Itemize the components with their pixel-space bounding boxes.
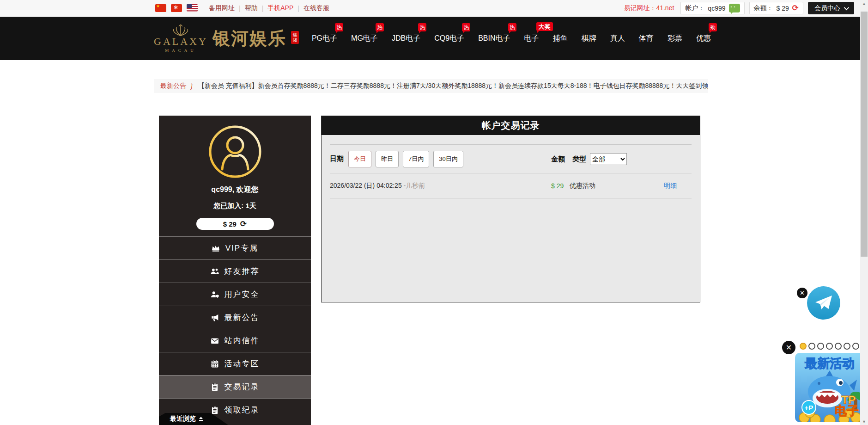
transaction-type: 优惠活动 (570, 182, 595, 190)
promo-dot-2[interactable] (808, 343, 815, 350)
account-box: 帐户：qc999 (680, 2, 744, 14)
refresh-icon[interactable]: ⟳ (240, 220, 247, 228)
scrollbar-thumb[interactable] (861, 12, 868, 257)
scroll-up-arrow[interactable]: ▲ (860, 0, 868, 7)
sidebar-item-label: 用户安全 (225, 289, 260, 300)
hot-badge: 热 (376, 23, 384, 31)
nav-item-8[interactable]: 棋牌 (582, 31, 596, 46)
logo-chinese-text: 银河娱乐 (212, 27, 286, 50)
chat-bubble-icon[interactable] (729, 4, 740, 12)
account-value: qc999 (708, 5, 725, 12)
sidebar-balance-pill[interactable]: $ 29 ⟳ (196, 218, 274, 230)
nav-item-11[interactable]: 彩票 (668, 31, 682, 46)
member-center-button[interactable]: 会员中心 (808, 2, 854, 14)
chevron-down-icon (844, 5, 849, 10)
scroll-down-arrow[interactable]: ▼ (860, 418, 868, 425)
nav-menu: PG电子热MG电子热JDB电子热CQ9电子热BBIN电子热电子大奖捕鱼棋牌真人体… (312, 31, 711, 46)
announcement-divider: ❳ (188, 82, 195, 90)
transaction-time: 2026/03/22 (日) 04:02:25 -几秒前 (330, 182, 425, 190)
date-filter-label: 日期 (330, 154, 344, 163)
svg-text:电子: 电子 (835, 404, 859, 418)
top-link-1[interactable]: 备用网址 (209, 4, 235, 12)
nav-item-12[interactable]: 优惠劲 (696, 31, 711, 46)
balance-value: $ 29 (777, 5, 789, 12)
nav-item-5[interactable]: BBIN电子热 (478, 31, 510, 46)
sidebar-item-label: 活动专区 (225, 358, 260, 369)
main-navigation: GALAXY MACAU 银河娱乐 集团 PG电子热MG电子热JDB电子热CQ9… (0, 17, 868, 60)
detail-link[interactable]: 明细 (664, 182, 677, 190)
sidebar-item-label: 好友推荐 (225, 266, 260, 277)
welcome-text: qc999, 欢迎您 (159, 185, 311, 195)
hot-badge: 热 (418, 23, 426, 31)
filter-row: 日期 今日昨日7日内30日内 金额 类型 全部 (330, 144, 692, 173)
hongkong-flag-icon[interactable] (171, 4, 182, 12)
refresh-icon[interactable]: ⟳ (792, 4, 799, 12)
calendar-icon (211, 360, 219, 368)
type-select[interactable]: 全部 (590, 153, 627, 165)
date-filter-2[interactable]: 昨日 (376, 151, 399, 167)
china-flag-icon[interactable] (155, 4, 166, 12)
nav-item-1[interactable]: PG电子热 (312, 31, 337, 46)
user-avatar[interactable] (208, 125, 262, 179)
top-links: 备用网址|帮助|手机APP|在线客服 (209, 4, 329, 12)
svg-text:最新活动: 最新活动 (805, 357, 855, 370)
telegram-icon[interactable] (806, 285, 841, 322)
promo-dot-1[interactable] (800, 343, 807, 350)
nav-item-7[interactable]: 捕鱼 (553, 31, 568, 46)
hot-badge: 大奖 (536, 22, 553, 31)
announcement-label[interactable]: 最新公告 (160, 82, 186, 90)
promo-banner-image[interactable]: 最新活动 +P TP 电子 (795, 353, 864, 424)
top-link-3[interactable]: 手机APP (267, 4, 293, 12)
top-link-4[interactable]: 在线客服 (303, 4, 329, 12)
hot-badge: 热 (335, 23, 343, 31)
promo-popup: ✕ 最新活动 (782, 340, 865, 425)
eject-icon (199, 417, 203, 421)
nav-item-3[interactable]: JDB电子热 (392, 31, 420, 46)
nav-item-10[interactable]: 体育 (639, 31, 654, 46)
hot-badge: 热 (462, 23, 470, 31)
nav-item-6[interactable]: 电子大奖 (524, 31, 539, 46)
telegram-widget: ✕ (797, 285, 848, 322)
balance-box: 余额：$ 29 ⟳ (749, 2, 804, 14)
promo-dot-7[interactable] (852, 343, 859, 350)
sidebar-item-7[interactable]: 交易记录 (159, 375, 311, 398)
site-logo[interactable]: GALAXY MACAU 银河娱乐 集团 (154, 25, 299, 53)
close-icon[interactable]: ✕ (797, 288, 807, 298)
amount-column-label: 金额 (551, 154, 565, 163)
account-label: 帐户： (685, 4, 704, 12)
sidebar-item-5[interactable]: 站内信件 (159, 329, 311, 352)
hot-badge: 劲 (709, 23, 717, 31)
promo-dot-3[interactable] (817, 343, 824, 350)
close-icon[interactable]: ✕ (782, 341, 795, 354)
nav-item-4[interactable]: CQ9电子热 (434, 31, 464, 46)
sidebar-item-1[interactable]: VIP专属 (159, 236, 311, 259)
account-sidebar: qc999, 欢迎您 您已加入: 1天 $ 29 ⟳ VIP专属好友推荐用户安全… (159, 116, 311, 425)
clipboard-icon (211, 406, 219, 414)
sidebar-item-3[interactable]: 用户安全 (159, 283, 311, 306)
promo-dot-5[interactable] (835, 343, 842, 350)
top-utility-bar: 备用网址|帮助|手机APP|在线客服 易记网址：41.net 帐户：qc999 … (0, 0, 868, 17)
hot-badge: 热 (508, 23, 516, 31)
sidebar-item-label: VIP专属 (225, 243, 258, 253)
sidebar-item-2[interactable]: 好友推荐 (159, 259, 311, 283)
promo-dot-4[interactable] (826, 343, 833, 350)
balance-label: 余额： (754, 4, 773, 12)
vertical-scrollbar[interactable]: ▲ ▼ (860, 0, 868, 425)
date-filter-3[interactable]: 7日内 (403, 151, 429, 167)
sidebar-item-label: 领取纪录 (225, 405, 260, 415)
sidebar-item-4[interactable]: 最新公告 (159, 306, 311, 329)
users-icon (211, 267, 219, 276)
promo-dot-6[interactable] (844, 343, 850, 350)
date-filter-4[interactable]: 30日内 (433, 151, 463, 167)
megaphone-icon (211, 314, 219, 322)
date-filter-1[interactable]: 今日 (348, 151, 371, 167)
quick-url[interactable]: 易记网址：41.net (624, 4, 674, 12)
usa-flag-icon[interactable] (187, 4, 198, 12)
nav-item-9[interactable]: 真人 (610, 31, 625, 46)
transaction-list: 2026/03/22 (日) 04:02:25 -几秒前$ 29优惠活动明细 (330, 173, 692, 198)
sidebar-item-6[interactable]: 活动专区 (159, 352, 311, 375)
logo-macau-text: MACAU (154, 48, 208, 53)
separator: | (262, 5, 264, 12)
top-link-2[interactable]: 帮助 (245, 4, 258, 12)
nav-item-2[interactable]: MG电子热 (351, 31, 378, 46)
